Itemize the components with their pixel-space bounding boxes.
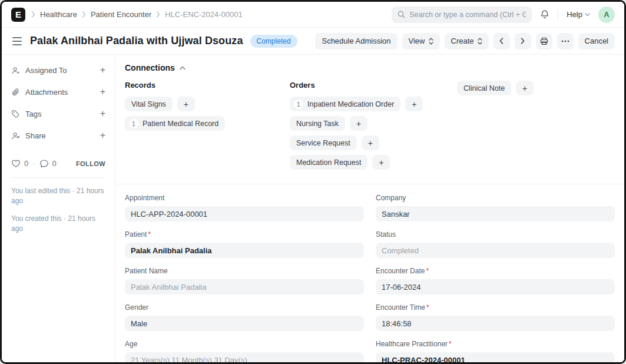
link-patient-medical-record[interactable]: 1 Patient Medical Record — [125, 116, 225, 131]
link-medication-request[interactable]: Medication Request — [290, 155, 367, 170]
add-tag-button[interactable]: + — [100, 109, 105, 118]
breadcrumb-current-doc[interactable]: HLC-ENC-2024-00001 — [165, 10, 243, 19]
encounter-date-input[interactable]: 17-06-2024 — [376, 279, 615, 294]
app-window: E Healthcare Patient Encounter HLC-ENC-2… — [0, 0, 626, 364]
breadcrumb: Healthcare Patient Encounter HLC-ENC-202… — [31, 10, 243, 19]
view-menu-button[interactable]: View — [402, 33, 440, 49]
sidebar-toggle-icon[interactable] — [11, 35, 23, 48]
navbar: E Healthcare Patient Encounter HLC-ENC-2… — [2, 2, 624, 28]
user-avatar[interactable]: A — [598, 6, 615, 23]
heart-icon[interactable] — [11, 159, 21, 168]
add-assignment-button[interactable]: + — [100, 65, 105, 75]
document-sidebar: Assigned To + Attachments + Tags + — [2, 55, 115, 362]
company-input[interactable]: Sanskar — [376, 206, 615, 221]
navbar-divider — [558, 9, 558, 20]
chevron-left-icon — [499, 38, 504, 44]
field-label: Age — [125, 340, 137, 348]
comments-count[interactable]: 0 — [52, 159, 57, 168]
add-clinical-note-button[interactable]: + — [516, 81, 534, 95]
cancel-button[interactable]: Cancel — [578, 33, 615, 49]
add-share-button[interactable]: + — [100, 131, 105, 140]
create-label: Create — [451, 37, 474, 45]
follow-button[interactable]: FOLLOW — [76, 160, 105, 167]
sidebar-item-assigned-to[interactable]: Assigned To + — [11, 65, 105, 75]
field-label: Healthcare Practitioner — [376, 340, 448, 348]
connections-section-header[interactable]: Connections — [125, 63, 615, 72]
encounter-form: Appointment HLC-APP-2024-00001 Company S… — [125, 184, 615, 362]
comment-bubble-icon[interactable] — [39, 159, 49, 168]
tag-icon — [11, 110, 20, 118]
notifications-bell-button[interactable] — [540, 9, 549, 19]
paperclip-icon — [11, 88, 20, 97]
likes-count[interactable]: 0 — [24, 159, 28, 168]
encounter-time-input[interactable]: 18:46:58 — [376, 316, 615, 331]
gender-input[interactable]: Male — [125, 316, 364, 331]
appointment-input[interactable]: HLC-APP-2024-00001 — [125, 206, 364, 221]
reactions-row: 0 · 0 FOLLOW — [11, 159, 105, 168]
field-label: Encounter Date — [376, 267, 425, 275]
help-menu[interactable]: Help — [567, 10, 590, 19]
breadcrumb-patient-encounter[interactable]: Patient Encounter — [91, 10, 151, 19]
sidebar-item-attachments[interactable]: Attachments + — [11, 87, 105, 97]
page-title: Palak Anilbhai Padalia with Ujjwal Dsouz… — [30, 35, 243, 47]
app-logo[interactable]: E — [11, 8, 25, 22]
count-badge: 1 — [294, 100, 303, 109]
next-document-button[interactable] — [515, 33, 531, 49]
patient-name-input[interactable]: Palak Anilbhai Padalia — [125, 279, 364, 294]
patient-input[interactable]: Palak Anilbhai Padalia — [125, 243, 364, 258]
add-nursing-task-button[interactable]: + — [350, 116, 367, 131]
field-age: Age 21 Years(s) 11 Month(s) 31 Day(s) — [125, 340, 364, 362]
age-input[interactable]: 21 Years(s) 11 Month(s) 31 Day(s) — [125, 352, 364, 362]
last-edited-text: You last edited this · 21 hours ago — [11, 186, 105, 207]
status-input[interactable]: Completed — [376, 243, 615, 258]
field-encounter-date: Encounter Date* 17-06-2024 — [376, 267, 615, 294]
previous-document-button[interactable] — [493, 33, 510, 49]
required-marker: * — [449, 340, 452, 348]
field-label: Company — [376, 194, 406, 202]
add-inpatient-medication-order-button[interactable]: + — [405, 97, 423, 111]
field-patient-name: Patient Name Palak Anilbhai Padalia — [125, 267, 364, 294]
field-gender: Gender Male — [125, 303, 364, 331]
pill-label: Patient Medical Record — [143, 120, 218, 128]
connections-column-notes: Clinical Note + — [457, 81, 615, 174]
more-menu-button[interactable] — [557, 33, 574, 49]
add-attachment-button[interactable]: + — [100, 87, 105, 97]
print-button[interactable] — [536, 33, 552, 49]
add-vital-signs-button[interactable]: + — [177, 97, 195, 111]
sidebar-item-label: Tags — [25, 110, 41, 118]
connections-column-records: Records Vital Signs + 1 Patient Medical … — [125, 81, 290, 174]
schedule-admission-button[interactable]: Schedule Admission — [315, 33, 397, 49]
add-service-request-button[interactable]: + — [362, 135, 379, 150]
field-label: Patient Name — [125, 267, 168, 275]
printer-icon — [540, 37, 548, 45]
connections-title: Connections — [125, 63, 175, 72]
sidebar-item-tags[interactable]: Tags + — [11, 109, 105, 118]
field-encounter-time: Encounter Time* 18:46:58 — [376, 303, 615, 331]
chevron-up-icon — [180, 66, 186, 70]
search-input[interactable] — [409, 11, 526, 19]
sidebar-item-label: Assigned To — [25, 66, 67, 75]
sidebar-item-share[interactable]: Share + — [11, 131, 105, 140]
pill-label: Nursing Task — [296, 120, 339, 128]
field-label: Appointment — [125, 194, 164, 202]
breadcrumb-healthcare[interactable]: Healthcare — [40, 10, 77, 19]
sidebar-item-label: Attachments — [25, 88, 68, 97]
pill-label: Inpatient Medication Order — [307, 100, 394, 108]
required-marker: * — [426, 303, 429, 312]
field-patient: Patient* Palak Anilbhai Padalia — [125, 230, 364, 258]
link-inpatient-medication-order[interactable]: 1 Inpatient Medication Order — [290, 97, 400, 111]
link-clinical-note[interactable]: Clinical Note — [457, 81, 511, 95]
create-menu-button[interactable]: Create — [445, 33, 489, 49]
required-marker: * — [426, 267, 429, 275]
healthcare-practitioner-input[interactable]: HLC-PRAC-2024-00001 — [376, 352, 615, 362]
link-nursing-task[interactable]: Nursing Task — [290, 116, 345, 131]
field-label: Encounter Time — [376, 303, 425, 312]
global-search[interactable] — [392, 6, 532, 23]
add-medication-request-button[interactable]: + — [372, 155, 390, 170]
field-status: Status Completed — [376, 230, 615, 258]
titlebar: Palak Anilbhai Padalia with Ujjwal Dsouz… — [2, 28, 624, 55]
field-label: Gender — [125, 303, 148, 312]
status-badge: Completed — [250, 35, 297, 48]
link-vital-signs[interactable]: Vital Signs — [125, 97, 173, 111]
link-service-request[interactable]: Service Request — [290, 135, 357, 150]
